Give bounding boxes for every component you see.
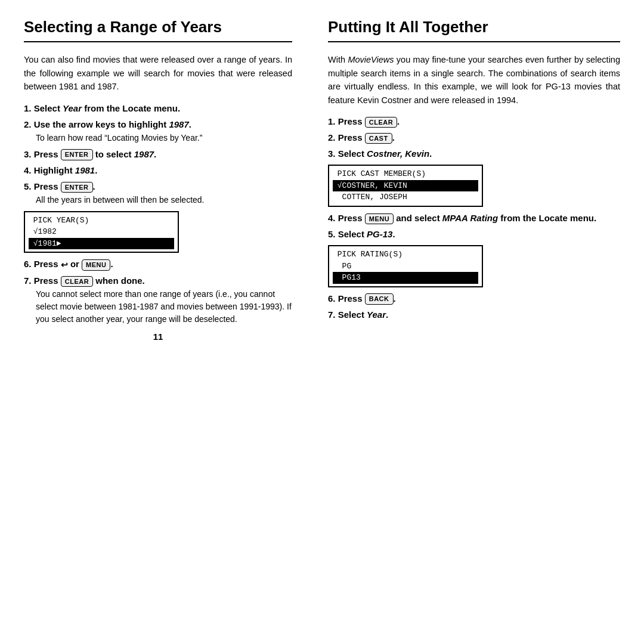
enter-key: ENTER: [61, 149, 93, 160]
step-sub: To learn how read “Locating Movies by Ye…: [36, 132, 292, 144]
list-item: 2. Press CAST.: [328, 131, 620, 144]
step-label: 2. Use the arrow keys to highlight 1987.: [24, 119, 191, 129]
list-item: 7. Select Year.: [328, 308, 620, 321]
right-steps-3: 6. Press BACK. 7. Select Year.: [328, 292, 620, 321]
step-label: 5. Press ENTER.: [24, 181, 95, 191]
screen-box-rating: PICK RATING(S) PG PG13: [328, 245, 483, 287]
enter-key2: ENTER: [61, 182, 93, 193]
right-title: Putting It All Together: [328, 18, 620, 36]
menu-key: MENU: [82, 259, 110, 270]
step-sub: You cannot select more than one range of…: [36, 288, 292, 326]
screen-row: PICK CAST MEMBER(S): [333, 168, 478, 180]
list-item: 3. Press ENTER to select 1987.: [24, 148, 292, 160]
step-label: 6. Press BACK.: [328, 293, 396, 304]
list-item: 1. Press CLEAR.: [328, 115, 620, 128]
left-steps-2: 6. Press ↩ or MENU. 7. Press CLEAR when …: [24, 258, 292, 326]
step-label: 1. Press CLEAR.: [328, 116, 400, 126]
back-arrow-icon: ↩: [61, 259, 68, 271]
step-label: 2. Press CAST.: [328, 132, 395, 143]
left-column: Selecting a Range of Years You can also …: [24, 18, 310, 626]
step-label: 4. Press MENU and select MPAA Rating fro…: [328, 213, 596, 223]
list-item: 5. Press ENTER. All the years in between…: [24, 180, 292, 206]
screen-row: √1982: [29, 226, 174, 238]
step-sub: All the years in between will then be se…: [36, 194, 292, 206]
step-label: 7. Select Year.: [328, 309, 388, 320]
list-item: 7. Press CLEAR when done. You cannot sel…: [24, 274, 292, 326]
right-column: Putting It All Together With MovieViews …: [310, 18, 620, 626]
list-item: 5. Select PG-13.: [328, 228, 620, 240]
screen-box-years: PICK YEAR(S) √1982 √1981►: [24, 211, 179, 253]
list-item: 4. Press MENU and select MPAA Rating fro…: [328, 212, 620, 224]
step-label: 7. Press CLEAR when done.: [24, 275, 145, 286]
screen-row: PICK YEAR(S): [29, 215, 174, 227]
list-item: 4. Highlight 1981.: [24, 164, 292, 177]
screen-row-highlighted: √1981►: [29, 238, 174, 250]
step-label: 5. Select PG-13.: [328, 229, 395, 239]
clear-key: CLEAR: [61, 276, 93, 287]
step-label: 3. Press ENTER to select 1987.: [24, 149, 156, 159]
cast-key: CAST: [365, 133, 392, 144]
screen-row-highlighted: √COSTNER, KEVIN: [333, 180, 478, 192]
list-item: 6. Press BACK.: [328, 292, 620, 305]
step-label: 3. Select Costner, Kevin.: [328, 148, 432, 159]
list-item: 1. Select Year from the Locate menu.: [24, 102, 292, 114]
screen-row: PG: [333, 261, 478, 273]
right-steps: 1. Press CLEAR. 2. Press CAST. 3. Select…: [328, 115, 620, 160]
left-title: Selecting a Range of Years: [24, 18, 292, 36]
screen-row-highlighted: PG13: [333, 272, 478, 284]
screen-box-cast: PICK CAST MEMBER(S) √COSTNER, KEVIN COTT…: [328, 165, 483, 207]
page: Selecting a Range of Years You can also …: [0, 0, 644, 644]
right-intro: With MovieViews you may fine-tune your s…: [328, 53, 620, 107]
back-key: BACK: [365, 293, 394, 304]
left-steps: 1. Select Year from the Locate menu. 2. …: [24, 102, 292, 206]
menu-key2: MENU: [365, 213, 394, 224]
left-divider: [24, 41, 292, 42]
right-divider: [328, 41, 620, 42]
page-number: 11: [24, 332, 292, 342]
list-item: 3. Select Costner, Kevin.: [328, 147, 620, 160]
step-label: 4. Highlight 1981.: [24, 165, 97, 175]
left-intro: You can also find movies that were relea…: [24, 53, 292, 93]
screen-row: COTTEN, JOSEPH: [333, 191, 478, 203]
list-item: 6. Press ↩ or MENU.: [24, 258, 292, 271]
right-steps-2: 4. Press MENU and select MPAA Rating fro…: [328, 212, 620, 240]
step-label: 6. Press ↩ or MENU.: [24, 259, 113, 269]
clear-key2: CLEAR: [365, 117, 397, 128]
list-item: 2. Use the arrow keys to highlight 1987.…: [24, 118, 292, 144]
screen-row: PICK RATING(S): [333, 249, 478, 261]
step-label: 1. Select Year from the Locate menu.: [24, 103, 180, 113]
